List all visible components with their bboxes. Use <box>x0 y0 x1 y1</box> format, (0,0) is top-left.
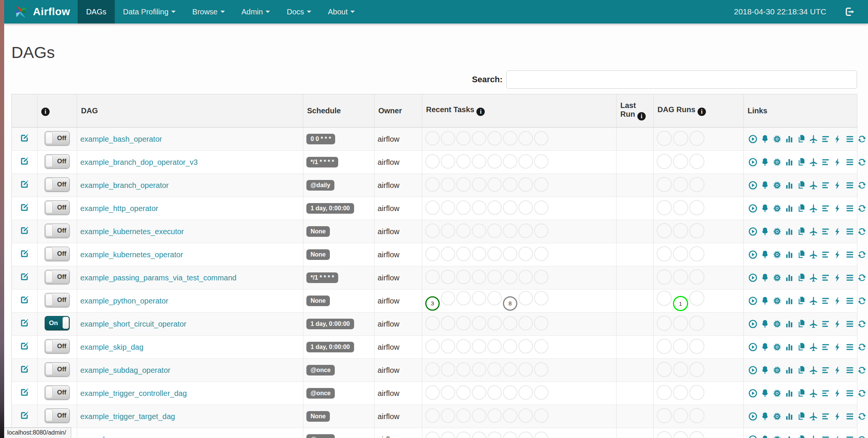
edit-dag-icon[interactable] <box>19 272 30 282</box>
logs-icon[interactable] <box>845 296 855 306</box>
refresh-icon[interactable] <box>857 319 867 329</box>
edit-dag-icon[interactable] <box>19 341 30 351</box>
dag-run-status-circle[interactable] <box>673 200 688 215</box>
task-status-circle[interactable] <box>472 270 486 284</box>
tree-view-icon[interactable] <box>760 273 770 283</box>
code-view-icon[interactable] <box>833 273 843 283</box>
task-status-circle[interactable] <box>456 339 471 354</box>
task-status-circle[interactable] <box>472 339 486 354</box>
dag-run-status-circle[interactable] <box>689 385 704 400</box>
task-duration-icon[interactable] <box>784 365 794 375</box>
dag-name-link[interactable]: example_http_operator <box>80 204 158 213</box>
task-status-circle[interactable] <box>425 270 440 284</box>
code-view-icon[interactable] <box>833 365 843 375</box>
dag-name-link[interactable]: example_kubernetes_executor <box>80 227 184 236</box>
task-status-circle[interactable] <box>441 131 455 145</box>
logs-icon[interactable] <box>845 180 855 190</box>
task-status-circle[interactable] <box>456 362 471 377</box>
header-owner[interactable]: Owner <box>375 94 422 128</box>
refresh-icon[interactable] <box>857 180 867 190</box>
refresh-icon[interactable] <box>857 388 867 398</box>
task-tries-icon[interactable] <box>796 388 806 398</box>
nav-item-dags[interactable]: DAGs <box>78 0 114 23</box>
trigger-dag-icon[interactable] <box>748 227 758 236</box>
task-status-circle[interactable] <box>456 131 471 145</box>
info-icon[interactable]: i <box>698 108 706 116</box>
task-status-circle[interactable]: 3 <box>425 296 440 311</box>
refresh-icon[interactable] <box>857 250 867 260</box>
landing-times-icon[interactable] <box>809 157 818 167</box>
task-status-circle[interactable] <box>487 408 502 423</box>
graph-view-icon[interactable] <box>772 388 782 398</box>
pause-toggle[interactable]: Off <box>45 362 70 377</box>
task-status-circle[interactable] <box>534 291 548 305</box>
logs-icon[interactable] <box>845 319 855 329</box>
task-status-circle[interactable] <box>503 247 517 261</box>
task-status-circle[interactable] <box>487 339 502 354</box>
gantt-view-icon[interactable] <box>821 227 831 236</box>
info-icon[interactable]: i <box>637 112 646 120</box>
task-tries-icon[interactable] <box>796 180 806 190</box>
task-status-circle[interactable] <box>425 247 440 261</box>
task-status-circle[interactable] <box>441 362 455 377</box>
task-status-circle[interactable] <box>441 408 455 423</box>
task-status-circle[interactable] <box>503 154 517 169</box>
tree-view-icon[interactable] <box>760 227 770 236</box>
tree-view-icon[interactable] <box>760 157 770 167</box>
dag-run-status-circle[interactable] <box>673 177 688 192</box>
task-tries-icon[interactable] <box>796 134 806 144</box>
dag-run-status-circle[interactable] <box>673 131 688 146</box>
task-status-circle[interactable] <box>425 316 440 330</box>
task-tries-icon[interactable] <box>796 319 806 329</box>
logs-icon[interactable] <box>845 273 855 283</box>
task-duration-icon[interactable] <box>784 157 794 167</box>
task-status-circle[interactable] <box>472 385 486 400</box>
landing-times-icon[interactable] <box>809 342 818 352</box>
task-status-circle[interactable] <box>503 408 517 423</box>
task-status-circle[interactable] <box>441 224 455 238</box>
dag-name-link[interactable]: example_bash_operator <box>80 135 162 143</box>
task-status-circle[interactable] <box>503 224 517 238</box>
task-status-circle[interactable] <box>518 247 533 261</box>
task-status-circle[interactable] <box>518 224 533 238</box>
task-tries-icon[interactable] <box>796 157 806 167</box>
task-status-circle[interactable] <box>456 408 471 423</box>
gantt-view-icon[interactable] <box>821 273 831 283</box>
landing-times-icon[interactable] <box>809 250 818 260</box>
task-status-circle[interactable] <box>441 339 455 354</box>
dag-run-status-circle[interactable] <box>689 200 704 215</box>
gantt-view-icon[interactable] <box>821 180 831 190</box>
schedule-badge[interactable]: 1 day, 0:00:00 <box>306 319 354 329</box>
dag-run-status-circle[interactable] <box>657 246 672 261</box>
task-duration-icon[interactable] <box>784 227 794 236</box>
dag-name-link[interactable]: example_branch_dop_operator_v3 <box>80 158 198 166</box>
pause-toggle[interactable]: Off <box>45 247 70 261</box>
task-status-circle[interactable] <box>518 177 533 192</box>
schedule-badge[interactable]: @once <box>306 365 335 375</box>
trigger-dag-icon[interactable] <box>748 365 758 375</box>
logs-icon[interactable] <box>845 388 855 398</box>
code-view-icon[interactable] <box>833 319 843 329</box>
nav-item-admin[interactable]: Admin <box>233 0 279 23</box>
edit-dag-icon[interactable] <box>19 133 30 143</box>
dag-run-status-circle[interactable] <box>689 131 704 146</box>
code-view-icon[interactable] <box>833 388 843 398</box>
task-status-circle[interactable] <box>518 362 533 377</box>
code-view-icon[interactable] <box>833 157 843 167</box>
code-view-icon[interactable] <box>833 203 843 213</box>
task-status-circle[interactable] <box>441 177 455 192</box>
code-view-icon[interactable] <box>833 180 843 190</box>
header-schedule[interactable]: Schedule <box>303 94 375 128</box>
dag-run-status-circle[interactable] <box>657 131 672 146</box>
task-status-circle[interactable] <box>518 270 533 284</box>
task-tries-icon[interactable] <box>796 227 806 236</box>
task-status-circle[interactable] <box>518 385 533 400</box>
task-status-circle[interactable] <box>472 177 486 192</box>
trigger-dag-icon[interactable] <box>748 296 758 306</box>
schedule-badge[interactable]: @once <box>306 388 335 399</box>
dag-name-link[interactable]: example_short_circuit_operator <box>80 320 186 328</box>
dag-run-status-circle[interactable] <box>657 316 672 331</box>
code-view-icon[interactable] <box>833 296 843 306</box>
graph-view-icon[interactable] <box>772 180 782 190</box>
dag-run-status-circle[interactable]: 1 <box>673 296 688 311</box>
